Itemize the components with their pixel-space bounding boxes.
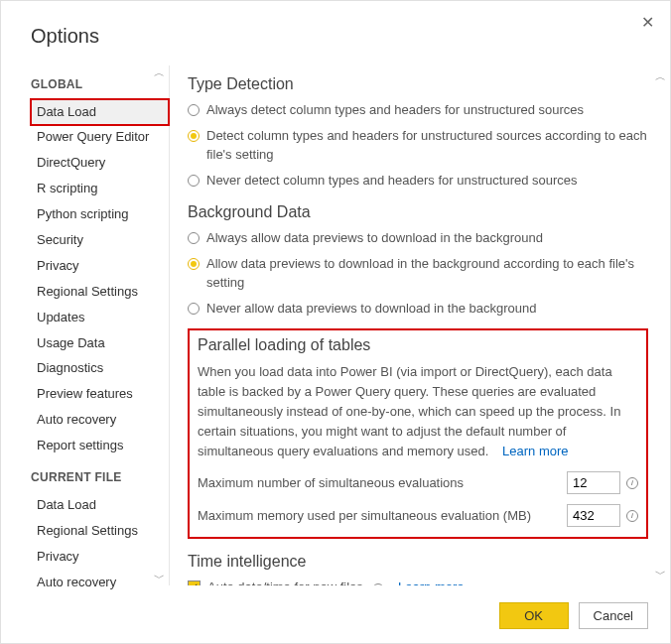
radio-label: Allow data previews to download in the b… <box>206 255 648 293</box>
sidebar-item-updates[interactable]: Updates <box>31 305 169 330</box>
section-type-detection: Type Detection <box>188 75 648 93</box>
sidebar-item-privacy[interactable]: Privacy <box>31 253 169 279</box>
field-max-memory: Maximum memory used per simultaneous eva… <box>198 504 638 527</box>
sidebar-item-usage-data[interactable]: Usage Data <box>31 330 169 356</box>
scrollbar[interactable] <box>658 83 664 568</box>
sidebar-item-cf-regional-settings[interactable]: Regional Settings <box>31 518 169 544</box>
sidebar-heading-global: GLOBAL <box>31 77 169 91</box>
radio-icon <box>188 232 200 244</box>
chevron-down-icon[interactable]: ﹀ <box>154 571 165 585</box>
sidebar-item-auto-recovery[interactable]: Auto recovery <box>31 408 169 434</box>
sidebar-item-cf-auto-recovery[interactable]: Auto recovery <box>31 570 169 595</box>
radio-icon <box>188 303 200 315</box>
section-time-intelligence: Time intelligence <box>188 553 648 571</box>
checkbox-label: Auto date/time for new files i Learn mor… <box>207 579 648 585</box>
radio-type-perfile[interactable]: Detect column types and headers for unst… <box>188 127 648 165</box>
field-label: Maximum memory used per simultaneous eva… <box>198 508 567 523</box>
radio-label: Never detect column types and headers fo… <box>206 172 648 191</box>
max-evaluations-input[interactable] <box>567 471 620 494</box>
sidebar-item-cf-privacy[interactable]: Privacy <box>31 544 169 570</box>
radio-label: Always detect column types and headers f… <box>206 101 648 120</box>
radio-icon <box>188 175 200 187</box>
checkbox-text: Auto date/time for new files <box>207 580 363 585</box>
radio-bg-always[interactable]: Always allow data previews to download i… <box>188 229 648 248</box>
sidebar-item-r-scripting[interactable]: R scripting <box>31 177 169 202</box>
checkbox-auto-datetime[interactable]: Auto date/time for new files i Learn mor… <box>188 579 648 585</box>
ok-button[interactable]: OK <box>499 602 569 629</box>
main-panel: ︿ Type Detection Always detect column ty… <box>170 65 670 585</box>
dialog-content: ︿ GLOBAL Data Load Power Query Editor Di… <box>1 65 670 585</box>
main-chevron-down-icon[interactable]: ﹀ <box>655 567 666 581</box>
info-icon[interactable]: i <box>372 583 384 585</box>
learn-more-link[interactable]: Learn more <box>398 580 464 585</box>
sidebar-item-diagnostics[interactable]: Diagnostics <box>31 356 169 382</box>
sidebar-item-directquery[interactable]: DirectQuery <box>31 151 169 177</box>
chevron-up-icon[interactable]: ︿ <box>154 65 165 80</box>
radio-icon <box>188 104 200 116</box>
radio-icon <box>188 130 200 142</box>
sidebar-heading-current-file: CURRENT FILE <box>31 470 169 484</box>
radio-label: Detect column types and headers for unst… <box>206 127 648 165</box>
sidebar-item-security[interactable]: Security <box>31 227 169 253</box>
section-background-data: Background Data <box>188 203 648 221</box>
radio-label: Always allow data previews to download i… <box>206 229 648 248</box>
parallel-loading-box: Parallel loading of tables When you load… <box>188 328 648 540</box>
main-chevron-up-icon[interactable]: ︿ <box>655 69 666 84</box>
checkbox-icon <box>188 580 201 585</box>
dialog-title: Options <box>1 1 670 48</box>
radio-type-never[interactable]: Never detect column types and headers fo… <box>188 172 648 191</box>
radio-type-always[interactable]: Always detect column types and headers f… <box>188 101 648 120</box>
close-button[interactable]: ✕ <box>637 9 658 36</box>
field-label: Maximum number of simultaneous evaluatio… <box>198 475 567 490</box>
section-parallel-loading: Parallel loading of tables <box>198 336 638 354</box>
cancel-button[interactable]: Cancel <box>579 602 648 629</box>
sidebar: ︿ GLOBAL Data Load Power Query Editor Di… <box>1 65 170 585</box>
sidebar-item-python-scripting[interactable]: Python scripting <box>31 202 169 228</box>
info-icon[interactable]: i <box>626 510 638 522</box>
field-max-evaluations: Maximum number of simultaneous evaluatio… <box>198 471 638 494</box>
max-memory-input[interactable] <box>567 504 620 527</box>
sidebar-item-power-query-editor[interactable]: Power Query Editor <box>31 125 169 151</box>
sidebar-item-regional-settings[interactable]: Regional Settings <box>31 279 169 305</box>
sidebar-item-data-load[interactable]: Data Load <box>31 99 169 125</box>
dialog-footer: OK Cancel <box>499 602 648 629</box>
sidebar-item-report-settings[interactable]: Report settings <box>31 434 169 459</box>
info-icon[interactable]: i <box>626 477 638 489</box>
sidebar-item-preview-features[interactable]: Preview features <box>31 382 169 408</box>
radio-bg-perfile[interactable]: Allow data previews to download in the b… <box>188 255 648 293</box>
radio-bg-never[interactable]: Never allow data previews to download in… <box>188 300 648 319</box>
radio-icon <box>188 258 200 270</box>
radio-label: Never allow data previews to download in… <box>206 300 648 319</box>
parallel-description: When you load data into Power BI (via im… <box>198 362 638 462</box>
sidebar-item-cf-data-load[interactable]: Data Load <box>31 492 169 518</box>
learn-more-link[interactable]: Learn more <box>502 444 568 458</box>
